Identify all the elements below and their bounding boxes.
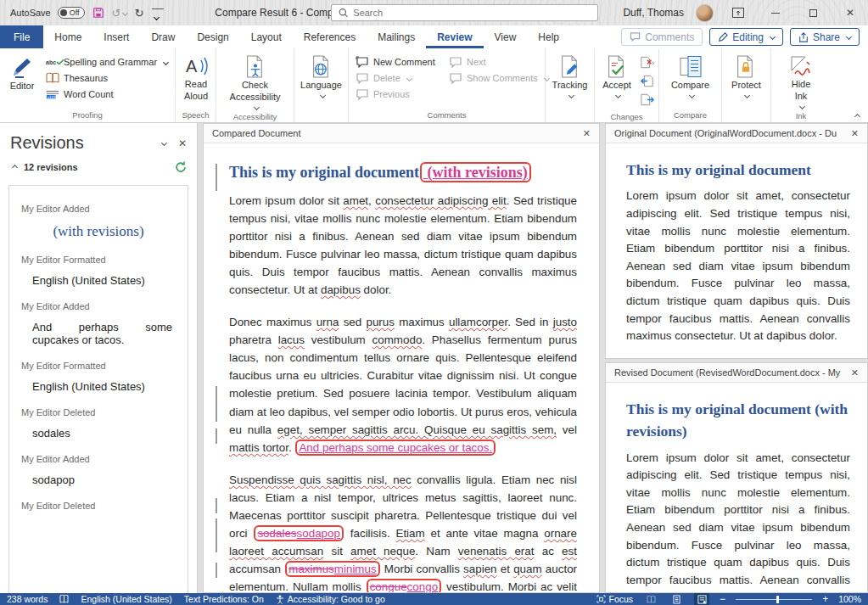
share-button[interactable]: Share [790, 28, 860, 46]
proofing-book-icon [59, 595, 69, 603]
revision-text[interactable]: English (United States) [32, 274, 176, 287]
revision-text[interactable]: sodapop [32, 473, 176, 486]
ribbon-display-options-button[interactable] [725, 0, 751, 25]
word-count-button[interactable]: =123 Word Count [46, 88, 168, 100]
comments-button[interactable]: Comments [621, 28, 703, 46]
hide-ink-button[interactable]: Hide Ink [782, 52, 820, 109]
tab-file[interactable]: File [0, 25, 43, 48]
ribbon: Editor abc Spelling and Grammar Thesauru… [0, 48, 868, 123]
previous-change-button[interactable] [641, 75, 654, 91]
language-button[interactable]: Language [298, 52, 344, 98]
revisions-close-button[interactable]: ✕ [178, 137, 187, 149]
revised-panel-close-button[interactable]: ✕ [844, 367, 859, 378]
zoom-in-button[interactable]: + [822, 594, 828, 604]
tab-mailings[interactable]: Mailings [367, 25, 426, 48]
close-button[interactable]: ✕ [837, 0, 863, 25]
proofing-status-button[interactable] [59, 595, 69, 603]
tab-insert[interactable]: Insert [92, 25, 140, 48]
collapse-ribbon-button[interactable] [854, 114, 860, 120]
zoom-slider-handle[interactable] [776, 596, 779, 603]
tracking-button[interactable]: Tracking [549, 52, 591, 98]
zoom-level[interactable]: 100% [838, 594, 861, 604]
reject-change-button[interactable] [641, 56, 654, 72]
word-count-status[interactable]: 238 words [7, 594, 48, 604]
paragraph: Donec maximus urna sed purus maximus [626, 357, 850, 358]
compare-button[interactable]: Compare [667, 52, 714, 98]
tab-design[interactable]: Design [186, 25, 239, 48]
check-accessibility-button[interactable]: Check Accessibility [221, 52, 290, 109]
redo-button[interactable]: ↻ [134, 8, 143, 19]
editing-button[interactable]: Editing [709, 28, 783, 46]
group-label-accessibility: Accessibility [220, 109, 290, 124]
tab-help[interactable]: Help [527, 25, 570, 48]
next-change-button[interactable] [641, 93, 654, 109]
tab-home[interactable]: Home [43, 25, 92, 48]
new-comment-button[interactable]: New Comment [356, 56, 442, 68]
maximize-icon [809, 9, 817, 17]
previous-comment-button[interactable]: Previous [356, 88, 442, 100]
compared-panel-close-button[interactable]: ✕ [576, 128, 591, 139]
thesaurus-button[interactable]: Thesaurus [46, 72, 168, 84]
svg-text:A: A [186, 57, 198, 76]
read-aloud-button[interactable]: A Read Aloud [179, 52, 213, 103]
focus-button[interactable]: Focus [596, 594, 634, 604]
chevron-down-icon [770, 34, 776, 40]
avatar[interactable] [696, 4, 714, 22]
save-button[interactable] [92, 7, 105, 19]
compared-document-body[interactable]: This is my original document (with revis… [204, 143, 599, 592]
language-status[interactable]: English (United States) [81, 594, 171, 604]
next-comment-button[interactable]: Next [449, 56, 549, 68]
hide-ink-icon [790, 55, 812, 77]
quick-access-toolbar: AutoSave Off ↺ ↻ [0, 7, 164, 19]
tab-draw[interactable]: Draw [140, 25, 186, 48]
collapse-revisions-icon[interactable] [12, 164, 18, 170]
revision-text[interactable]: And perhaps some cupcakes or tacos. [32, 321, 172, 346]
revised-document-body[interactable]: This is my original document (with revis… [606, 383, 867, 592]
tracked-change[interactable]: maximusminimus [285, 561, 379, 577]
tracked-change[interactable]: conguecongo [367, 579, 441, 592]
read-mode-button[interactable] [643, 593, 658, 605]
group-tracking: Tracking [546, 48, 595, 122]
compare-icon [680, 55, 702, 78]
autosave-toggle[interactable]: Off [58, 7, 85, 19]
web-layout-icon [697, 595, 707, 604]
spelling-grammar-button[interactable]: abc Spelling and Grammar [46, 56, 168, 68]
revision-text[interactable]: sodales [32, 427, 176, 440]
search-icon [339, 8, 348, 18]
toggle-knob [60, 9, 67, 16]
web-layout-button[interactable] [694, 593, 709, 605]
print-layout-icon [673, 595, 680, 604]
accessibility-status[interactable]: Accessibility: Good to go [276, 594, 385, 604]
minimize-button[interactable] [763, 0, 788, 25]
revisions-menu-button[interactable] [160, 137, 166, 149]
delete-comment-button[interactable]: Delete [356, 72, 442, 84]
tab-layout[interactable]: Layout [240, 25, 293, 48]
print-layout-button[interactable] [669, 593, 684, 605]
revision-text[interactable]: (with revisions) [21, 223, 176, 240]
protect-button[interactable]: Protect [727, 52, 765, 98]
search-input[interactable] [353, 8, 591, 18]
user-name: Duff, Thomas [623, 7, 684, 19]
refresh-icon[interactable] [175, 161, 187, 173]
tracked-change[interactable]: (with revisions) [420, 162, 531, 182]
accept-button[interactable]: Accept [598, 52, 636, 98]
editor-button[interactable]: Editor [3, 52, 41, 92]
customize-qat-button[interactable] [152, 8, 164, 17]
undo-button[interactable]: ↺ [112, 8, 128, 19]
zoom-out-button[interactable]: − [720, 594, 725, 604]
original-document-body[interactable]: This is my original document Lorem ipsum… [606, 143, 867, 358]
search-box[interactable] [331, 4, 598, 21]
text-predictions-status[interactable]: Text Predictions: On [184, 594, 264, 604]
revision-type: My Editor Added [21, 454, 176, 464]
revision-text[interactable]: English (United States) [32, 380, 176, 393]
tab-view[interactable]: View [484, 25, 528, 48]
tab-references[interactable]: References [293, 25, 367, 48]
original-panel-close-button[interactable]: ✕ [844, 128, 859, 139]
share-icon [798, 32, 809, 42]
tracked-change[interactable]: And perhaps some cupcakes or tacos. [295, 440, 496, 456]
tracked-change[interactable]: sodalessodapop [254, 525, 344, 541]
maximize-button[interactable] [800, 0, 826, 25]
show-comments-button[interactable]: Show Comments [449, 72, 549, 84]
zoom-slider[interactable] [736, 599, 812, 600]
tab-review[interactable]: Review [426, 25, 483, 48]
